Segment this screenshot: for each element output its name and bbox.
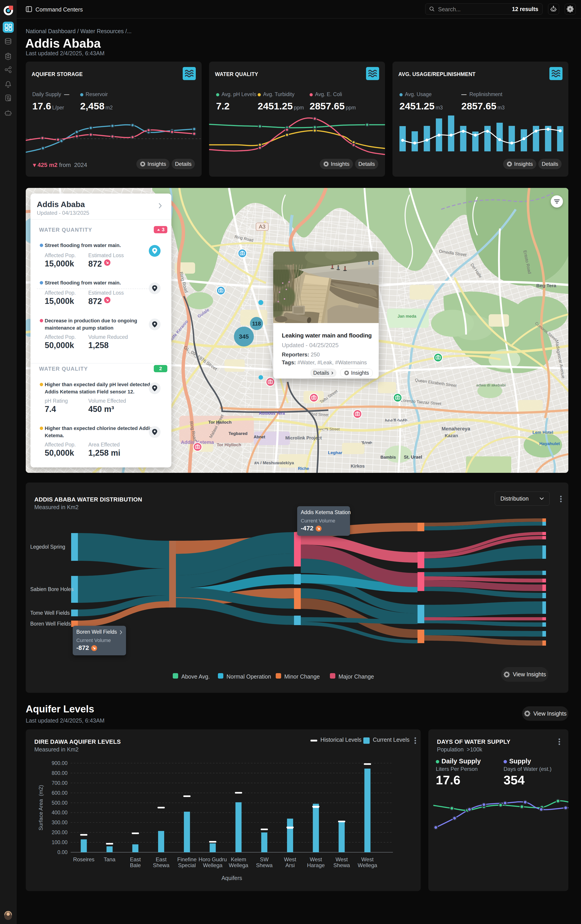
svg-text:Shewa: Shewa bbox=[256, 862, 273, 868]
svg-text:adwa di akebabi: adwa di akebabi bbox=[476, 383, 506, 387]
svg-text:Shewa: Shewa bbox=[153, 862, 170, 868]
svg-text:Wellega: Wellega bbox=[229, 862, 248, 868]
svg-text:አራራኽ ሳራይኮ: አራራኽ ሳራይኮ bbox=[385, 418, 407, 422]
svg-text:SW: SW bbox=[260, 856, 269, 863]
svg-text:400.00: 400.00 bbox=[52, 810, 68, 815]
svg-text:Tegbared: Tegbared bbox=[228, 431, 247, 436]
svg-text:Wellega: Wellega bbox=[203, 862, 223, 868]
svg-text:West: West bbox=[336, 856, 348, 863]
svg-text:600.00: 600.00 bbox=[52, 790, 68, 796]
svg-text:118: 118 bbox=[252, 320, 261, 327]
svg-text:100.00: 100.00 bbox=[52, 840, 68, 845]
svg-text:200.00: 200.00 bbox=[52, 830, 68, 835]
svg-text:Tome Well Fields: Tome Well Fields bbox=[30, 610, 70, 616]
svg-text:Kazan: Kazan bbox=[445, 433, 458, 438]
svg-text:Menahereya: Menahereya bbox=[442, 426, 470, 432]
svg-text:Abnet: Abnet bbox=[254, 435, 265, 439]
svg-text:West: West bbox=[361, 856, 374, 863]
svg-text:Beg Tera: Beg Tera bbox=[536, 283, 556, 288]
svg-text:West: West bbox=[310, 856, 322, 863]
svg-text:Tor Hailoch: Tor Hailoch bbox=[208, 420, 232, 424]
svg-text:Harage: Harage bbox=[307, 862, 325, 868]
svg-text:0.00: 0.00 bbox=[57, 849, 68, 855]
svg-text:Legedol Spring: Legedol Spring bbox=[30, 544, 65, 550]
svg-text:Horo Gudru: Horo Gudru bbox=[199, 856, 227, 863]
svg-text:Shewa: Shewa bbox=[333, 862, 350, 868]
svg-text:Aquifers: Aquifers bbox=[222, 875, 242, 881]
svg-text:Arsi: Arsi bbox=[285, 862, 295, 868]
svg-text:Hayahulet: Hayahulet bbox=[540, 441, 560, 446]
svg-text:Roseires: Roseires bbox=[73, 856, 94, 863]
svg-text:Tana: Tana bbox=[104, 856, 116, 863]
svg-text:Riche: Riche bbox=[298, 466, 309, 471]
svg-text:345: 345 bbox=[239, 333, 248, 340]
svg-text:ዃሳዝኮ: ዃሳዝኮ bbox=[361, 441, 372, 445]
svg-text:Kirkos: Kirkos bbox=[351, 464, 365, 469]
svg-text:Microlink Project: Microlink Project bbox=[285, 436, 321, 441]
svg-text:800.00: 800.00 bbox=[52, 770, 68, 776]
svg-text:700.00: 700.00 bbox=[52, 780, 68, 786]
svg-text:East: East bbox=[130, 856, 141, 863]
svg-text:East: East bbox=[156, 856, 167, 863]
svg-text:Wellega: Wellega bbox=[358, 862, 377, 868]
svg-text:Jan meda: Jan meda bbox=[397, 314, 416, 318]
svg-text:Leghar: Leghar bbox=[328, 450, 342, 455]
svg-text:Kelem: Kelem bbox=[231, 856, 246, 863]
svg-text:St. Urael: St. Urael bbox=[404, 455, 422, 460]
svg-text:Lem Hotel: Lem Hotel bbox=[533, 430, 553, 435]
svg-text:West: West bbox=[284, 856, 296, 863]
svg-text:Special: Special bbox=[178, 862, 196, 868]
svg-text:Surface Area (m2): Surface Area (m2) bbox=[38, 785, 44, 830]
svg-text:Finefine: Finefine bbox=[177, 856, 197, 863]
svg-text:300.00: 300.00 bbox=[52, 820, 68, 825]
svg-text:Bale: Bale bbox=[130, 862, 141, 868]
svg-text:Tor Hiylloch: Tor Hiylloch bbox=[217, 442, 241, 447]
svg-text:ግሠርሜ Street: ግሠርሜ Street bbox=[317, 427, 340, 431]
svg-text:Bambis: Bambis bbox=[381, 455, 396, 460]
svg-text:Autobus Tera: Autobus Tera bbox=[259, 411, 285, 416]
svg-text:ደላ / Meshuwalekiya: ደላ / Meshuwalekiya bbox=[254, 460, 294, 465]
svg-text:Sabien Bore Holes: Sabien Bore Holes bbox=[30, 586, 74, 592]
svg-text:A3: A3 bbox=[259, 224, 265, 229]
svg-text:900.00: 900.00 bbox=[52, 760, 68, 766]
svg-text:Boren Well Fields: Boren Well Fields bbox=[30, 621, 71, 627]
svg-text:500.00: 500.00 bbox=[52, 800, 68, 806]
